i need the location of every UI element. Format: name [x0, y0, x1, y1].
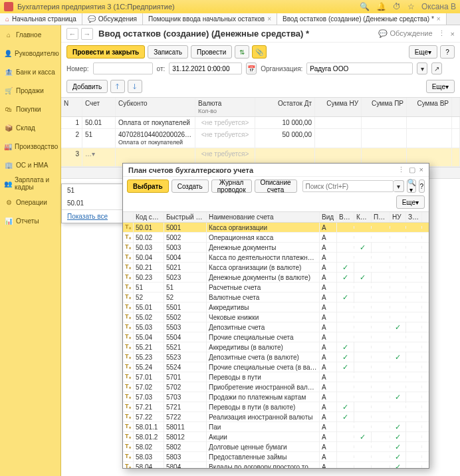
- star-icon[interactable]: ☆: [407, 2, 415, 11]
- maximize-icon[interactable]: ▢: [409, 166, 415, 174]
- sidebar-icon: 🏢: [4, 162, 13, 169]
- sidebar-item[interactable]: ⌂Главное: [0, 25, 60, 44]
- search-button[interactable]: 🔍▾: [407, 179, 416, 193]
- sidebar-item[interactable]: 🏦Банк и касса: [0, 62, 60, 81]
- tab-discuss[interactable]: 💬Обсуждения: [82, 13, 143, 25]
- calendar-icon[interactable]: 📅: [246, 62, 257, 74]
- sidebar-label: Руководителю: [15, 50, 59, 57]
- tab-doc[interactable]: Ввод остатков (создание) (Денежные средс…: [277, 13, 447, 25]
- menu-icon[interactable]: ⋮: [438, 29, 445, 38]
- bell-icon[interactable]: 🔔: [376, 2, 386, 11]
- date-input[interactable]: [169, 62, 242, 74]
- table-row[interactable]: 25140702810440020002661, ПАО ...Оплата о…: [61, 129, 460, 148]
- forward-button[interactable]: →: [81, 28, 93, 40]
- account-row[interactable]: Tᵃ50.015001Касса организацииА: [123, 223, 429, 233]
- doc-fields: Номер: от: 📅 Организация: ▾ ↗: [61, 61, 460, 78]
- select-button[interactable]: Выбрать: [127, 179, 169, 193]
- dropdown-icon[interactable]: ▾: [394, 180, 404, 192]
- move-up-button[interactable]: 🡑: [110, 80, 125, 93]
- close-icon[interactable]: ×: [451, 30, 455, 38]
- dropdown-icon[interactable]: ▾: [417, 62, 427, 74]
- account-row[interactable]: Tᵃ57.015701Переводы в путиА: [123, 372, 429, 382]
- more-button[interactable]: Еще ▾: [409, 45, 437, 59]
- account-row[interactable]: Tᵃ57.215721Переводы в пути (в валюте)А✓: [123, 402, 429, 412]
- account-row[interactable]: Tᵃ50.215021Касса организации (в валюте)А…: [123, 263, 429, 273]
- reports-button[interactable]: ⇅: [235, 45, 249, 59]
- sidebar-icon: ⚙: [4, 199, 13, 206]
- attach-button[interactable]: 📎: [252, 45, 267, 59]
- sidebar-item[interactable]: 🏭Производство: [0, 137, 60, 156]
- table-row[interactable]: 150.01Оплата от покупателей<не требуется…: [61, 117, 460, 129]
- sidebar-icon: 👤: [4, 50, 12, 57]
- org-input[interactable]: [306, 62, 413, 74]
- tab-helper[interactable]: Помощник ввода начальных остатков×: [143, 13, 277, 25]
- account-row[interactable]: Tᵃ58.025802Долговые ценные бумагиА✓: [123, 442, 429, 452]
- account-row[interactable]: Tᵃ5252Валютные счетаА✓: [123, 293, 429, 302]
- sidebar-label: Банк и касса: [16, 68, 55, 76]
- move-down-button[interactable]: 🡓: [128, 80, 142, 93]
- clock-icon[interactable]: ⏱: [393, 2, 401, 11]
- sidebar-item[interactable]: ⚙Операции: [0, 193, 60, 211]
- account-row[interactable]: Tᵃ50.235023Денежные документы (в валюте)…: [123, 273, 429, 283]
- sidebar-icon: 📊: [4, 217, 13, 225]
- discuss-button[interactable]: 💬 Обсуждение: [378, 29, 432, 38]
- account-row[interactable]: Tᵃ50.035003Денежные документыА✓: [123, 243, 429, 253]
- sidebar-item[interactable]: 👤Руководителю: [0, 44, 60, 62]
- sidebar-item[interactable]: 📦Склад: [0, 118, 60, 137]
- account-row[interactable]: Tᵃ57.225722Реализация иностранной валюты…: [123, 412, 429, 422]
- journal-button[interactable]: Журнал проводок: [211, 179, 252, 193]
- post-button[interactable]: Провести: [191, 45, 232, 59]
- sidebar-label: Зарплата и кадры: [15, 176, 57, 191]
- back-button[interactable]: ←: [66, 28, 78, 40]
- add-row-button[interactable]: Добавить: [66, 80, 108, 93]
- sidebar: ⌂Главное👤Руководителю🏦Банк и касса🛒Прода…: [0, 25, 61, 476]
- account-row[interactable]: Tᵃ55.245524Прочие специальные счета (в в…: [123, 362, 429, 372]
- accounts-dialog: План счетов бухгалтерского учета ⋮ ▢ × В…: [122, 163, 429, 469]
- account-row[interactable]: Tᵃ58.01.258012АкцииА✓✓: [123, 432, 429, 442]
- search-input[interactable]: [302, 180, 394, 192]
- sidebar-item[interactable]: 👥Зарплата и кадры: [0, 174, 60, 193]
- more-button-2[interactable]: Еще ▾: [426, 80, 455, 93]
- create-button[interactable]: Создать: [172, 179, 209, 193]
- close-icon[interactable]: ×: [437, 15, 441, 23]
- close-icon[interactable]: ×: [419, 166, 423, 174]
- post-close-button[interactable]: Провести и закрыть: [66, 45, 145, 59]
- account-row[interactable]: Tᵃ58.045804Вклады по договору простого т…: [123, 462, 429, 468]
- tab-start[interactable]: ⌂Начальная страница: [0, 13, 82, 25]
- account-row[interactable]: Tᵃ57.035703Продажи по платежным картамА✓: [123, 392, 429, 402]
- account-row[interactable]: Tᵃ55.045504Прочие специальные счетаА: [123, 332, 429, 342]
- sidebar-item[interactable]: 🛒Продажи: [0, 81, 60, 100]
- account-row[interactable]: Tᵃ55.035503Депозитные счетаА✓: [123, 322, 429, 332]
- user-label[interactable]: Оксана В: [421, 2, 456, 11]
- account-row[interactable]: Tᵃ55.025502Чековые книжкиА: [123, 312, 429, 322]
- sidebar-label: Отчеты: [16, 217, 39, 225]
- account-row[interactable]: Tᵃ55.235523Депозитные счета (в валюте)А✓…: [123, 352, 429, 362]
- search-icon[interactable]: 🔍: [360, 2, 370, 11]
- sidebar-label: Производство: [15, 143, 58, 150]
- account-row[interactable]: Tᵃ55.015501АккредитивыА: [123, 302, 429, 312]
- account-row[interactable]: Tᵃ50.025002Операционная кассаА: [123, 233, 429, 243]
- sidebar-item[interactable]: 🏢ОС и НМА: [0, 156, 60, 174]
- help-button[interactable]: ?: [419, 179, 425, 193]
- account-row[interactable]: Tᵃ58.01.158011ПаиА✓: [123, 422, 429, 432]
- describe-button[interactable]: Описание счета: [255, 179, 297, 193]
- sidebar-item[interactable]: 🛍Покупки: [0, 100, 60, 118]
- menu-icon[interactable]: ⋮: [398, 166, 405, 174]
- doc-header: ← → Ввод остатков (создание) (Денежные с…: [61, 25, 460, 43]
- close-icon[interactable]: ×: [267, 15, 271, 23]
- save-button[interactable]: Записать: [148, 45, 188, 59]
- account-row[interactable]: Tᵃ57.025702Приобретение иностранной валю…: [123, 382, 429, 392]
- more-button-dialog[interactable]: Еще ▾: [396, 195, 425, 209]
- sidebar-label: Покупки: [16, 106, 41, 113]
- account-row[interactable]: Tᵃ50.045004Касса по деятельности платежн…: [123, 253, 429, 263]
- account-row[interactable]: Tᵃ5151Расчетные счетаА: [123, 283, 429, 293]
- account-row[interactable]: Tᵃ55.215521Аккредитивы (в валюте)А✓: [123, 342, 429, 352]
- open-ref-icon[interactable]: ↗: [431, 62, 442, 74]
- accounts-list[interactable]: Tᵃ50.015001Касса организацииАTᵃ50.025002…: [123, 223, 429, 468]
- account-row[interactable]: Tᵃ58.035803Предоставленные займыА✓: [123, 452, 429, 462]
- sidebar-item[interactable]: 📊Отчеты: [0, 211, 60, 230]
- sidebar-icon: 👥: [4, 180, 12, 187]
- sidebar-label: Главное: [16, 31, 41, 39]
- help-button[interactable]: ?: [440, 45, 455, 59]
- number-input[interactable]: [93, 62, 153, 74]
